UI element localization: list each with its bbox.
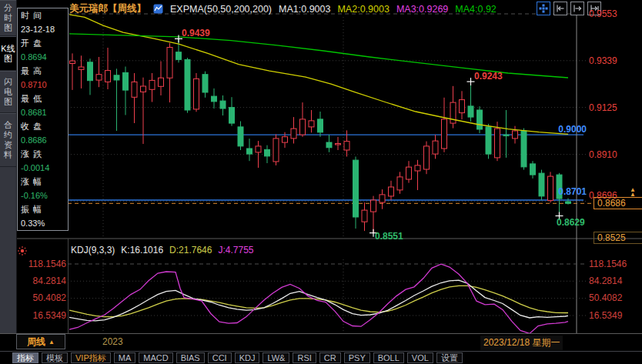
swing-high-label: 0.9243: [474, 71, 503, 82]
info-value-time: 23-12-18: [21, 22, 68, 36]
symbol-title: 美元瑞郎: [69, 3, 108, 14]
app-window: 美元瑞郎【周线】 EXPMA(50,50,200,200) MA1:0.9003…: [0, 0, 642, 364]
price-axis-label: 0.8910: [589, 149, 617, 160]
indicator-toolbar: 指标 模板 VIP指标 MA MACD BIAS CCI KDJ LW& RSI…: [12, 352, 463, 363]
kdj-axis-label: 16.5349: [589, 310, 622, 321]
sidebar-tab-flash-chart[interactable]: 闪电图: [0, 71, 16, 113]
kdj-d-value: D:21.7646: [169, 245, 212, 255]
info-value-change-pct: -0.16%: [21, 189, 68, 202]
swing-low-label: 0.8551: [375, 231, 403, 242]
info-value-amplitude: 0.33%: [21, 216, 68, 230]
swing-low-label: 0.8629: [557, 217, 585, 228]
expma-params-label: EXPMA(50,50,200,200): [170, 4, 272, 15]
crosshair-icon[interactable]: [537, 2, 550, 15]
period-tag: 【周线】: [108, 3, 146, 14]
toolbar-btn-bias[interactable]: BIAS: [176, 352, 205, 363]
toolbar-btn-cr[interactable]: CR: [319, 352, 341, 363]
kdj-axis-label: 84.2814: [23, 276, 66, 286]
indicator-chart-icon[interactable]: [153, 4, 163, 14]
price-axis-label: 0.9339: [589, 55, 617, 66]
info-value-close: 0.8686: [21, 133, 68, 147]
toolbar-btn-psy[interactable]: PSY: [344, 352, 370, 363]
pan-left-icon[interactable]: [553, 2, 567, 15]
left-sidebar: 分时图 K线图 闪电图 合约资料: [0, 0, 17, 333]
info-label-high: 最 高: [21, 64, 68, 78]
sidebar-tab-kline-chart[interactable]: K线图: [0, 36, 16, 71]
swing-high-label: 0.9439: [182, 28, 210, 38]
toolbar-btn-settings[interactable]: 设置: [436, 352, 463, 363]
info-value-low: 0.8681: [21, 105, 68, 119]
kdj-j-value: J:4.7755: [218, 245, 253, 255]
toolbar-btn-boll[interactable]: BOLL: [373, 352, 404, 363]
resistance-level-label: 0.9000: [553, 124, 587, 135]
period-label: 周线: [27, 336, 45, 349]
toolbar-tab-vip-indicator[interactable]: VIP指标: [71, 352, 111, 363]
quote-info-panel: 时 间 23-12-18 开 盘 0.8694 最 高 0.8710 最 低 0…: [17, 8, 69, 231]
info-label-change: 涨 跌: [21, 147, 68, 161]
sidebar-tab-contract-info[interactable]: 合约资料: [0, 113, 16, 167]
toolbar-btn-kdj[interactable]: KDJ: [235, 352, 260, 363]
ma3-label: MA3:0.9269: [396, 4, 448, 15]
ma2-label: MA2:0.9003: [337, 4, 389, 15]
toolbar-btn-ma[interactable]: MA: [114, 352, 136, 363]
chart-canvas[interactable]: [0, 0, 642, 364]
price-axis-label: 0.9553: [589, 8, 617, 19]
info-value-high: 0.8710: [21, 78, 68, 92]
ma4-label: MA4:0.92: [455, 4, 497, 15]
toolbar-btn-rsi[interactable]: RSI: [293, 352, 316, 363]
toolbar-tab-indicator[interactable]: 指标: [12, 352, 38, 363]
indicator-settings-icon[interactable]: [17, 245, 28, 259]
kdj-axis-label: 16.5349: [23, 310, 66, 321]
kdj-header: KDJ(9,3,3) K:16.1016 D:21.7646 J:4.7755: [71, 245, 254, 255]
ma1-label: MA1:0.9003: [279, 4, 330, 15]
chevron-up-icon: ▲: [48, 339, 55, 346]
toolbar-btn-lw[interactable]: LW&: [262, 352, 289, 363]
info-label-low: 最 低: [21, 92, 68, 105]
chart-header: 美元瑞郎【周线】 EXPMA(50,50,200,200) MA1:0.9003…: [69, 2, 497, 15]
symbol-and-period: 美元瑞郎【周线】: [69, 2, 146, 15]
info-label-close: 收 盘: [21, 119, 68, 133]
cursor-date-label: 2023/12/18 星期一: [480, 336, 563, 350]
info-label-change-pct: 涨 幅: [21, 175, 68, 189]
current-price-box: 0.8686: [594, 197, 642, 209]
info-value-change: -0.0014: [21, 161, 68, 175]
support-level-label: 0.8701: [553, 186, 587, 197]
toolbar-tab-template[interactable]: 模板: [42, 352, 68, 363]
toolbar-btn-macd[interactable]: MACD: [139, 352, 172, 363]
period-selector[interactable]: 周线 ▲: [16, 334, 65, 349]
sidebar-tab-time-chart[interactable]: 分时图: [0, 0, 16, 36]
kdj-axis-label: 50.4082: [589, 292, 622, 303]
toolbar-btn-cci[interactable]: CCI: [208, 352, 232, 363]
kdj-title: KDJ(9,3,3): [71, 245, 115, 255]
kdj-k-value: K:16.1016: [121, 245, 163, 255]
pan-right-icon[interactable]: [570, 2, 584, 15]
price-axis-label: 0.9125: [589, 102, 617, 113]
toolbar-btn-vol[interactable]: VOL: [407, 352, 433, 363]
axis-bottom-price-box: 0.8525: [594, 232, 642, 244]
info-label-amplitude: 振 幅: [21, 202, 68, 216]
kdj-axis-label: 118.1546: [589, 259, 627, 269]
info-value-open: 0.8694: [21, 50, 68, 64]
info-label-time: 时 间: [21, 8, 68, 22]
price-position-arrow-icon: ▲▲: [630, 188, 636, 197]
kdj-axis-label: 118.1546: [23, 259, 66, 269]
kdj-axis-label: 50.4082: [23, 292, 66, 303]
kdj-axis-label: 84.2814: [589, 276, 622, 286]
info-label-open: 开 盘: [21, 36, 68, 50]
time-axis-year-label: 2023: [102, 336, 123, 347]
